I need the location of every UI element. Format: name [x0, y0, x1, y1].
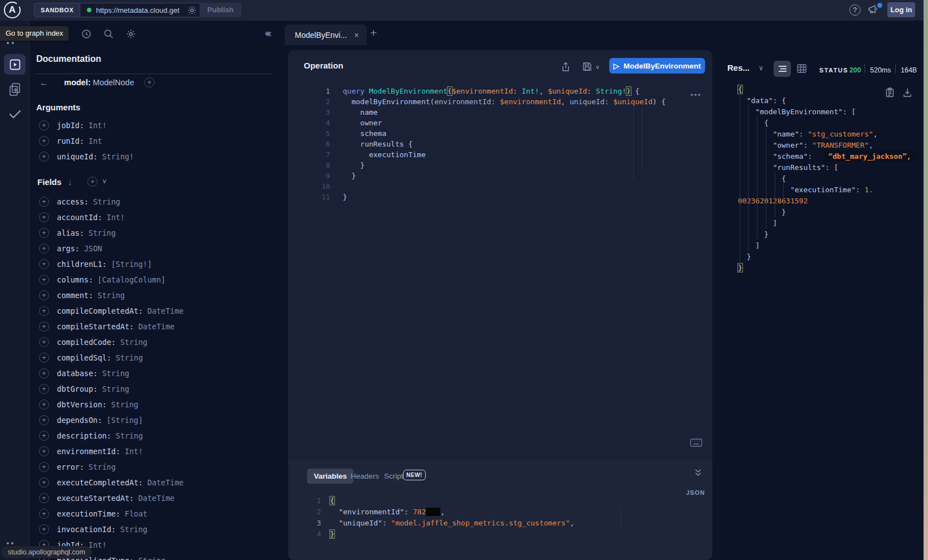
code-line[interactable]: 9 }	[288, 171, 712, 181]
field-type[interactable]: String	[120, 338, 148, 347]
field-type[interactable]: Float	[125, 509, 148, 518]
code-line[interactable]: ]	[738, 240, 920, 251]
code-line[interactable]: }	[738, 228, 920, 240]
field-name[interactable]: executeStartedAt:	[57, 494, 134, 503]
code-line[interactable]: 10	[288, 181, 712, 192]
add-field-plus-icon[interactable]: +	[39, 384, 49, 394]
add-field-plus-icon[interactable]: +	[39, 197, 49, 207]
code-line[interactable]: 11}	[288, 192, 712, 202]
history-icon[interactable]	[81, 29, 91, 39]
code-line[interactable]: {	[738, 173, 920, 184]
table-view-toggle[interactable]	[797, 64, 806, 73]
field-row[interactable]: +dbtGroup:String	[36, 381, 276, 397]
field-type[interactable]: String	[93, 197, 120, 206]
add-field-plus-icon[interactable]: +	[39, 290, 49, 300]
add-field-plus-icon[interactable]: +	[39, 120, 49, 130]
field-type[interactable]: DateTime	[147, 478, 183, 487]
field-row[interactable]: +executionTime:Float	[36, 506, 276, 522]
add-field-plus-icon[interactable]: +	[39, 509, 49, 519]
field-type[interactable]: String	[102, 369, 129, 378]
tab-headers[interactable]: Headers	[351, 472, 379, 480]
field-type[interactable]: JSON	[84, 244, 103, 253]
tab-script[interactable]: Script	[384, 472, 404, 480]
share-icon[interactable]	[561, 62, 570, 72]
code-line[interactable]: }	[738, 262, 920, 273]
add-field-plus-icon[interactable]: +	[39, 446, 49, 456]
code-line[interactable]: "executionTime": 1.	[738, 184, 920, 195]
add-field-plus-icon[interactable]: +	[39, 152, 49, 162]
field-row[interactable]: +error:String	[36, 459, 276, 475]
collapse-section-double-chevron-icon[interactable]	[694, 468, 702, 477]
tab-modelbyenvironment[interactable]: ModelByEnvi... ×	[285, 25, 367, 45]
field-row[interactable]: +accountId:Int!	[36, 210, 276, 225]
add-field-plus-icon[interactable]: +	[39, 415, 49, 425]
field-type[interactable]: [String]	[106, 416, 143, 425]
new-tab-icon[interactable]: +	[370, 26, 377, 40]
field-row[interactable]: +environmentId:Int!	[36, 444, 276, 459]
field-name[interactable]: invocationId:	[57, 525, 116, 534]
field-type[interactable]: DateTime	[138, 494, 174, 503]
field-name[interactable]: compiledCode:	[57, 338, 116, 347]
field-name[interactable]: compileCompletedAt:	[57, 306, 143, 315]
field-type[interactable]: Int!	[89, 121, 107, 130]
field-name[interactable]: error:	[57, 462, 84, 471]
code-line[interactable]: }	[738, 206, 920, 217]
code-line[interactable]: }	[738, 251, 920, 262]
field-type[interactable]: String	[89, 462, 116, 471]
field-name[interactable]: uniqueId:	[57, 152, 98, 161]
back-arrow-icon[interactable]: ←	[40, 78, 48, 88]
field-row[interactable]: +args:JSON	[36, 241, 276, 256]
variables-editor[interactable]: 1{2 "environmentId": 782,3 "uniqueId": "…	[288, 495, 701, 539]
field-name[interactable]: args:	[57, 244, 80, 253]
field-type[interactable]: Int!	[125, 447, 143, 456]
field-row[interactable]: +executeStartedAt:DateTime	[36, 490, 276, 506]
add-field-plus-icon[interactable]: +	[39, 524, 49, 534]
code-line[interactable]: "schema": “dbt_mary_jackson”,	[738, 150, 920, 162]
field-row[interactable]: +compiledSql:String	[36, 350, 276, 366]
field-row[interactable]: +uniqueId:String!	[36, 149, 276, 164]
field-name[interactable]: executionTime:	[57, 509, 120, 518]
add-field-plus-icon[interactable]: +	[39, 306, 49, 316]
code-line[interactable]: 1{	[288, 495, 701, 506]
code-line[interactable]: {	[738, 84, 920, 95]
field-type[interactable]: String	[116, 431, 143, 440]
field-type[interactable]: Int!	[106, 213, 125, 222]
field-row[interactable]: +compiledCode:String	[36, 334, 276, 350]
breadcrumb-type[interactable]: ModelNode	[93, 78, 134, 87]
code-line[interactable]: "modelByEnvironment": [	[738, 106, 920, 117]
field-row[interactable]: +alias:String	[36, 225, 276, 241]
add-field-plus-icon[interactable]: +	[39, 322, 49, 332]
add-field-plus-icon[interactable]: +	[39, 275, 49, 285]
field-row[interactable]: +compileStartedAt:DateTime	[36, 319, 276, 334]
response-dropdown-chevron-icon[interactable]: ∨	[759, 64, 764, 72]
code-line[interactable]: 2 modelByEnvironment(environmentId: $env…	[288, 96, 712, 107]
field-name[interactable]: runId:	[57, 137, 84, 145]
endpoint-url[interactable]: https://metadata.cloud.get	[96, 6, 183, 14]
save-dropdown-chevron-icon[interactable]: ∨	[595, 64, 600, 71]
field-name[interactable]: accountId:	[57, 213, 102, 222]
chevron-down-icon[interactable]: ∨	[102, 177, 107, 185]
code-line[interactable]: {	[738, 117, 920, 128]
add-field-plus-icon[interactable]: +	[39, 493, 49, 503]
field-name[interactable]: database:	[57, 369, 98, 378]
field-name[interactable]: environmentId:	[57, 447, 120, 456]
checklist-nav-item[interactable]	[8, 109, 22, 120]
tab-variables[interactable]: Variables	[307, 469, 353, 484]
tree-view-toggle[interactable]	[774, 61, 791, 77]
endpoint-url-field[interactable]: https://metadata.cloud.get	[80, 3, 201, 17]
add-field-plus-icon[interactable]: +	[39, 244, 49, 254]
field-name[interactable]: compiledSql:	[57, 353, 111, 362]
field-name[interactable]: dependsOn:	[57, 416, 102, 425]
code-line[interactable]: 3 name	[288, 107, 712, 118]
field-row[interactable]: +access:String	[36, 194, 276, 210]
add-field-plus-icon[interactable]: +	[39, 212, 49, 222]
field-name[interactable]: childrenL1:	[57, 260, 106, 269]
run-operation-button[interactable]: ▷ ModelByEnvironment	[609, 58, 705, 74]
add-field-plus-icon[interactable]: +	[39, 478, 49, 488]
code-line[interactable]: 2 "environmentId": 782,	[288, 506, 701, 517]
add-field-plus-icon[interactable]: +	[39, 228, 49, 238]
field-type[interactable]: String	[102, 384, 129, 393]
code-line[interactable]: 4}	[288, 528, 701, 539]
close-tab-icon[interactable]: ×	[354, 30, 359, 40]
field-row[interactable]: +childrenL1:[String!]	[36, 256, 276, 272]
